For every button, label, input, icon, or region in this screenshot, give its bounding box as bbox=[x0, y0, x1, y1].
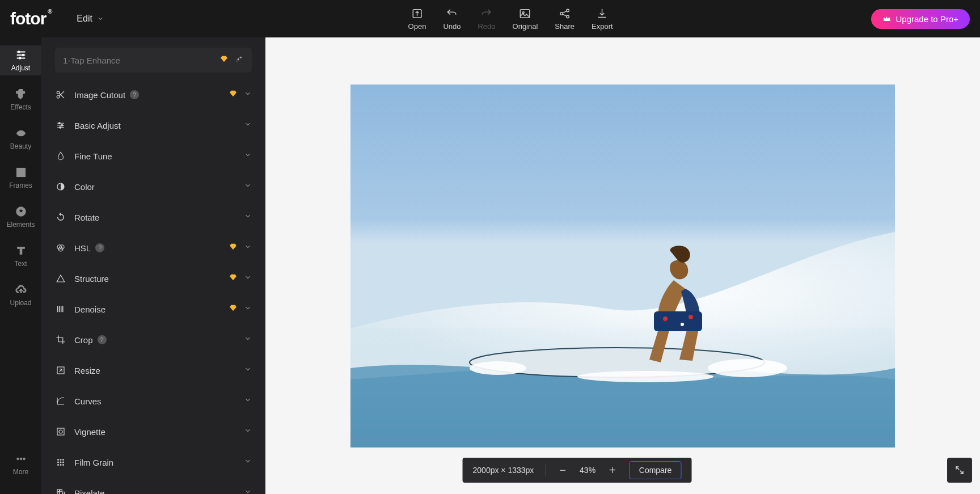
rail-elements[interactable]: Elements bbox=[0, 202, 41, 232]
undo-icon bbox=[446, 7, 458, 20]
rail-text[interactable]: Text bbox=[0, 241, 41, 271]
panel-item-finetune[interactable]: Fine Tune bbox=[55, 141, 252, 171]
svg-point-49 bbox=[688, 315, 693, 319]
panel-item-onetap[interactable]: 1-Tap Enhance bbox=[55, 48, 252, 73]
panel-item-resize[interactable]: Resize bbox=[55, 355, 252, 386]
pixelate-icon bbox=[55, 488, 66, 494]
panel-item-label: 1-Tap Enhance bbox=[63, 56, 120, 65]
svg-point-32 bbox=[60, 462, 61, 463]
chevron-down-icon bbox=[244, 90, 252, 100]
resize-icon bbox=[55, 365, 66, 375]
original-button[interactable]: Original bbox=[513, 7, 538, 31]
svg-rect-46 bbox=[654, 311, 702, 331]
svg-point-47 bbox=[663, 316, 668, 321]
panel-item-cutout[interactable]: Image Cutout? bbox=[55, 79, 252, 110]
panel-item-label: Pixelate bbox=[74, 488, 104, 495]
premium-icon bbox=[229, 243, 237, 253]
triangle-icon bbox=[55, 273, 66, 284]
zoom-in-button[interactable]: + bbox=[607, 464, 618, 477]
svg-point-52 bbox=[577, 371, 713, 382]
svg-point-28 bbox=[58, 459, 59, 461]
panel-item-hsl[interactable]: HSL? bbox=[55, 233, 252, 263]
open-button[interactable]: Open bbox=[408, 7, 426, 31]
grain-icon bbox=[55, 457, 66, 467]
export-button[interactable]: Export bbox=[592, 7, 613, 31]
panel-item-label: Crop bbox=[74, 335, 93, 345]
panel-item-basic[interactable]: Basic Adjust bbox=[55, 110, 252, 141]
share-button[interactable]: Share bbox=[555, 7, 575, 31]
panel-item-crop[interactable]: Crop? bbox=[55, 324, 252, 355]
chevron-down-icon bbox=[244, 488, 252, 494]
premium-icon bbox=[229, 90, 237, 100]
panel-item-label: Structure bbox=[74, 274, 109, 284]
svg-point-15 bbox=[23, 458, 25, 460]
zoom-out-button[interactable]: − bbox=[557, 464, 568, 477]
svg-rect-11 bbox=[19, 170, 23, 174]
panel-item-denoise[interactable]: Denoise bbox=[55, 294, 252, 324]
undo-button[interactable]: Undo bbox=[443, 7, 461, 31]
panel-item-label: Denoise bbox=[74, 305, 105, 314]
panel-item-structure[interactable]: Structure bbox=[55, 263, 252, 294]
svg-rect-39 bbox=[57, 492, 60, 495]
help-icon[interactable]: ? bbox=[95, 243, 104, 252]
rail-upload[interactable]: Upload bbox=[0, 280, 41, 310]
chevron-down-icon bbox=[244, 243, 252, 253]
rail-frames[interactable]: Frames bbox=[0, 163, 41, 193]
chevron-down-icon bbox=[244, 396, 252, 406]
premium-icon bbox=[229, 304, 237, 314]
crown-icon bbox=[882, 14, 892, 23]
logo[interactable]: fotor® bbox=[10, 9, 46, 28]
svg-point-18 bbox=[58, 123, 60, 124]
beauty-icon bbox=[15, 127, 27, 140]
help-icon[interactable]: ? bbox=[98, 335, 107, 344]
panel-item-pixelate[interactable]: Pixelate bbox=[55, 478, 252, 494]
bottom-bar: 2000px × 1333px − 43% + Compare bbox=[463, 458, 692, 483]
panel-item-label: Image Cutout bbox=[74, 90, 125, 100]
open-icon bbox=[411, 7, 423, 20]
upgrade-button[interactable]: Upgrade to Pro+ bbox=[871, 9, 970, 29]
fullscreen-button[interactable] bbox=[947, 458, 972, 483]
panel-item-filmgrain[interactable]: Film Grain bbox=[55, 447, 252, 478]
scissors-icon bbox=[55, 90, 66, 100]
svg-point-51 bbox=[708, 359, 787, 377]
adjust-icon bbox=[15, 49, 27, 61]
frames-icon bbox=[15, 166, 27, 179]
svg-point-13 bbox=[16, 458, 19, 460]
svg-point-29 bbox=[60, 459, 61, 461]
canvas-area[interactable] bbox=[265, 37, 980, 494]
compare-button[interactable]: Compare bbox=[630, 461, 682, 479]
svg-point-14 bbox=[20, 458, 22, 460]
rail-effects[interactable]: Effects bbox=[0, 85, 41, 115]
adjust-panel: 1-Tap EnhanceImage Cutout?Basic AdjustFi… bbox=[41, 37, 265, 494]
rail-beauty[interactable]: Beauty bbox=[0, 124, 41, 154]
panel-item-rotate[interactable]: Rotate bbox=[55, 202, 252, 233]
svg-point-34 bbox=[58, 465, 59, 466]
zoom-level: 43% bbox=[580, 466, 595, 475]
panel-item-label: Basic Adjust bbox=[74, 121, 121, 130]
svg-point-8 bbox=[19, 57, 21, 60]
panel-item-curves[interactable]: Curves bbox=[55, 386, 252, 416]
panel-item-color[interactable]: Color bbox=[55, 171, 252, 202]
help-icon[interactable]: ? bbox=[130, 90, 139, 99]
divider bbox=[545, 464, 546, 476]
more-icon bbox=[15, 453, 27, 465]
export-icon bbox=[596, 7, 609, 20]
chevron-down-icon bbox=[244, 304, 252, 314]
edit-menu[interactable]: Edit bbox=[77, 14, 104, 24]
svg-point-6 bbox=[18, 51, 20, 53]
text-icon bbox=[15, 244, 27, 257]
rail-more[interactable]: More bbox=[0, 449, 41, 479]
svg-point-31 bbox=[58, 462, 59, 463]
rail-adjust[interactable]: Adjust bbox=[0, 45, 41, 75]
svg-rect-37 bbox=[57, 489, 60, 492]
original-icon bbox=[519, 7, 531, 20]
panel-item-vignette[interactable]: Vignette bbox=[55, 416, 252, 447]
svg-rect-40 bbox=[62, 492, 65, 495]
canvas-image[interactable] bbox=[350, 85, 895, 447]
panel-item-label: Color bbox=[74, 182, 95, 192]
redo-button[interactable]: Redo bbox=[478, 7, 495, 31]
sliders-icon bbox=[55, 120, 66, 130]
chevron-down-icon bbox=[244, 181, 252, 192]
bars-icon bbox=[55, 304, 66, 314]
svg-point-20 bbox=[60, 126, 61, 128]
